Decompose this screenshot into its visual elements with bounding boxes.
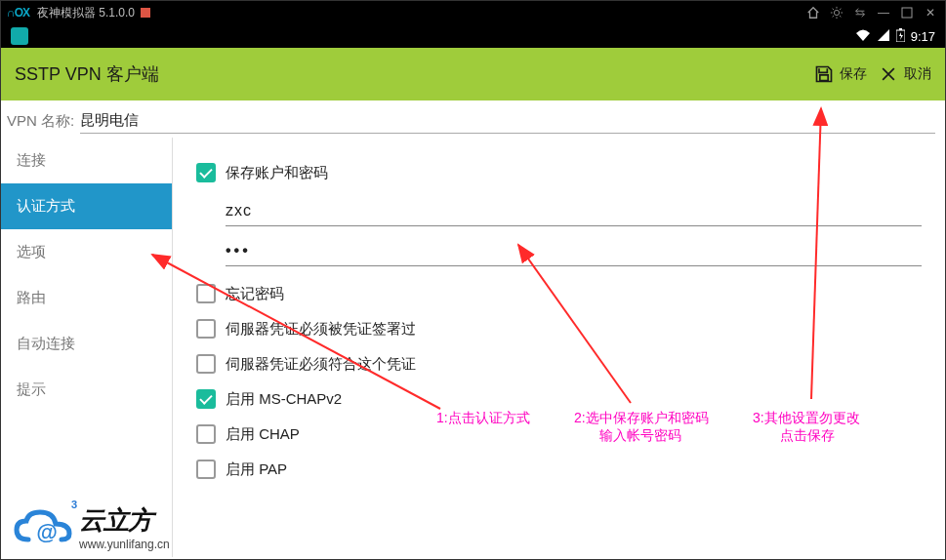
svg-text:@: @ (36, 520, 57, 544)
checkbox-chap[interactable] (196, 424, 216, 444)
cancel-button[interactable]: 取消 (879, 64, 931, 84)
window-titlebar: ∩OX 夜神模拟器 5.1.0.0 — ✕ (1, 1, 945, 24)
watermark-logo: @ 3 云立方 www.yunlifang.cn (13, 503, 170, 551)
sidebar-item-autoconn[interactable]: 自动连接 (1, 321, 172, 367)
checkbox-mschap[interactable] (196, 389, 216, 409)
label-mschap: 启用 MS-CHAPv2 (226, 390, 342, 409)
app-title: SSTP VPN 客户端 (15, 62, 802, 86)
sidebar: 连接 认证方式 选项 路由 自动连接 提示 (1, 138, 173, 557)
checkbox-save-credentials[interactable] (196, 163, 216, 182)
vpn-name-label: VPN 名称: (7, 112, 74, 131)
close-icon[interactable]: ✕ (922, 4, 939, 21)
label-cert-signed: 伺服器凭证必须被凭证签署过 (226, 320, 416, 339)
vpn-name-row: VPN 名称: (1, 100, 945, 138)
signal-icon (877, 28, 890, 45)
sidebar-item-options[interactable]: 选项 (1, 229, 172, 275)
save-label: 保存 (840, 65, 867, 83)
save-button[interactable]: 保存 (814, 64, 867, 84)
vpn-name-input[interactable] (80, 108, 935, 134)
checkbox-cert-signed[interactable] (196, 319, 216, 339)
label-pap: 启用 PAP (226, 460, 287, 479)
label-cert-match: 伺服器凭证必须符合这个凭证 (226, 355, 416, 374)
svg-rect-1 (902, 8, 912, 18)
checkbox-cert-match[interactable] (196, 354, 216, 374)
app-toolbar: SSTP VPN 客户端 保存 取消 (1, 48, 945, 100)
label-save-credentials: 保存账户和密码 (226, 164, 328, 182)
svg-point-0 (834, 10, 839, 15)
clock-text: 9:17 (911, 29, 935, 44)
maximize-icon[interactable] (898, 4, 916, 21)
sidebar-item-hint[interactable]: 提示 (1, 367, 172, 413)
svg-rect-3 (899, 28, 902, 30)
checkbox-pap[interactable] (196, 460, 216, 479)
minimize-icon[interactable]: — (875, 4, 892, 21)
password-input[interactable] (226, 236, 922, 266)
checkbox-forget-password[interactable] (196, 284, 216, 303)
label-chap: 启用 CHAP (226, 425, 300, 444)
username-input[interactable] (226, 196, 922, 226)
home-icon[interactable] (804, 4, 822, 21)
content-panel: 保存账户和密码 忘记密码 伺服器凭证必须被凭证签署过 伺服器凭证必须符合这个凭证… (173, 138, 945, 557)
sidebar-item-connect[interactable]: 连接 (1, 138, 172, 183)
sidebar-item-auth[interactable]: 认证方式 (1, 183, 172, 229)
watermark-title: 云立方 (79, 503, 170, 538)
sidebar-item-route[interactable]: 路由 (1, 275, 172, 321)
cancel-label: 取消 (904, 65, 931, 83)
android-status-bar: 9:17 (1, 24, 945, 48)
app-notification-icon (11, 27, 28, 45)
expand-icon[interactable] (851, 4, 869, 21)
warning-badge (141, 8, 150, 18)
window-title: 夜神模拟器 5.1.0.0 (37, 5, 135, 21)
gear-icon[interactable] (828, 4, 845, 21)
wifi-icon (855, 28, 871, 45)
battery-icon (896, 28, 905, 45)
watermark-url: www.yunlifang.cn (79, 538, 170, 551)
emulator-brand: ∩OX (7, 6, 29, 20)
label-forget-password: 忘记密码 (226, 285, 284, 303)
